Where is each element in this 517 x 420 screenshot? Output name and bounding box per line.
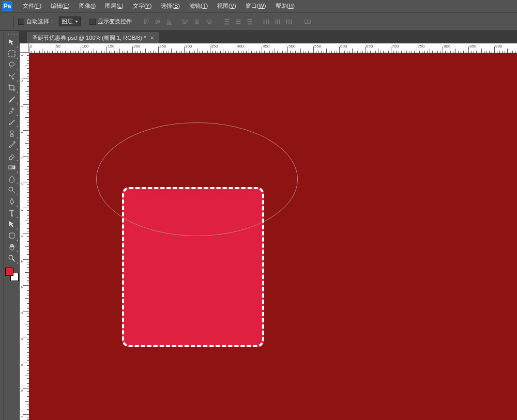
divider: [13, 15, 14, 28]
distribute-vcenter-button[interactable]: [233, 17, 244, 27]
align-bottom-button[interactable]: [164, 17, 174, 27]
svg-rect-0: [225, 19, 230, 20]
svg-rect-12: [276, 19, 277, 24]
svg-rect-10: [266, 19, 267, 24]
svg-rect-17: [291, 19, 292, 24]
menu-l[interactable]: 图层(L): [101, 1, 127, 11]
menu-v[interactable]: 视图(V): [213, 1, 240, 11]
svg-rect-15: [286, 19, 287, 24]
align-left-button[interactable]: [180, 17, 191, 27]
hand-tool[interactable]: [5, 241, 19, 253]
svg-rect-5: [236, 23, 241, 24]
document-tab-bar: 圣诞节优惠券.psd @ 100% (椭圆 1, RGB/8) * ✕: [20, 31, 517, 43]
svg-point-22: [9, 187, 13, 191]
svg-rect-18: [305, 20, 307, 23]
svg-rect-9: [264, 19, 265, 24]
brush-tool[interactable]: [5, 116, 19, 128]
align-top-button[interactable]: [141, 17, 151, 27]
gradient-tool[interactable]: [5, 162, 19, 173]
options-bar: 自动选择： 图层 显示变换控件: [0, 12, 517, 31]
menu-s[interactable]: 选择(S): [157, 1, 184, 11]
distribute-top-button[interactable]: [222, 17, 232, 27]
svg-rect-3: [236, 19, 241, 20]
left-dock-strip: [0, 31, 4, 420]
align-buttons-group: [141, 17, 313, 27]
svg-rect-6: [248, 19, 252, 20]
pen-tool[interactable]: [5, 196, 19, 207]
history-brush-tool[interactable]: [5, 139, 19, 150]
vertical-ruler[interactable]: 0501001502002503003504004505005506006507…: [20, 53, 29, 420]
move-tool[interactable]: [5, 37, 19, 48]
divider: [85, 15, 85, 28]
menu-h[interactable]: 帮助(H): [271, 1, 299, 11]
distribute-bottom-button[interactable]: [245, 17, 255, 27]
close-icon[interactable]: ✕: [150, 35, 154, 41]
svg-rect-13: [277, 19, 278, 24]
align-hcenter-button[interactable]: [192, 17, 202, 27]
svg-rect-20: [9, 51, 15, 57]
svg-rect-16: [288, 19, 290, 24]
svg-rect-8: [248, 23, 252, 24]
svg-rect-14: [279, 19, 280, 24]
ruler-origin[interactable]: [20, 43, 29, 53]
auto-select-target-dropdown[interactable]: 图层: [59, 17, 81, 26]
document-tab-title: 圣诞节优惠券.psd @ 100% (椭圆 1, RGB/8) *: [32, 34, 146, 42]
document-area: 圣诞节优惠券.psd @ 100% (椭圆 1, RGB/8) * ✕ 0501…: [20, 31, 517, 420]
distribute-hcenter-button[interactable]: [272, 17, 283, 27]
crop-tool[interactable]: [5, 82, 19, 94]
show-transform-checkbox[interactable]: 显示变换控件: [89, 18, 132, 25]
canvas[interactable]: [29, 53, 517, 420]
svg-point-24: [9, 255, 13, 259]
distribute-right-button[interactable]: [284, 17, 294, 27]
marquee-tool[interactable]: [5, 48, 19, 59]
menu-bar: 文件(F)编辑(E)图像(I)图层(L)文字(Y)选择(S)滤镜(T)视图(V)…: [19, 1, 299, 11]
svg-rect-7: [248, 21, 252, 22]
svg-rect-19: [308, 20, 310, 23]
app-logo: Ps: [2, 1, 12, 11]
align-right-button[interactable]: [203, 17, 214, 27]
menu-y[interactable]: 文字(Y): [129, 1, 156, 11]
eraser-tool[interactable]: [5, 150, 19, 162]
svg-rect-2: [225, 23, 230, 24]
panel-grip[interactable]: [5, 32, 19, 36]
align-vcenter-button[interactable]: [153, 17, 163, 27]
svg-rect-4: [236, 21, 241, 22]
tools-panel: [4, 31, 20, 420]
menu-f[interactable]: 文件(F): [19, 1, 45, 11]
horizontal-ruler[interactable]: 0501001502002503003504004505005506006507…: [29, 43, 517, 53]
auto-align-button[interactable]: [302, 17, 313, 27]
eyedropper-tool[interactable]: [5, 94, 19, 105]
dodge-tool[interactable]: [5, 184, 19, 196]
document-tab[interactable]: 圣诞节优惠券.psd @ 100% (椭圆 1, RGB/8) * ✕: [27, 32, 159, 43]
svg-rect-1: [225, 21, 230, 22]
svg-rect-21: [9, 166, 15, 169]
foreground-color-swatch[interactable]: [5, 268, 13, 276]
svg-rect-11: [268, 19, 269, 24]
menu-e[interactable]: 编辑(E): [47, 1, 74, 11]
menu-w[interactable]: 窗口(W): [241, 1, 270, 11]
ellipse-shape-path[interactable]: [96, 122, 298, 236]
menu-bar-container: Ps 文件(F)编辑(E)图像(I)图层(L)文字(Y)选择(S)滤镜(T)视图…: [0, 0, 517, 12]
auto-select-checkbox[interactable]: 自动选择：: [18, 18, 55, 25]
distribute-left-button[interactable]: [261, 17, 271, 27]
menu-t[interactable]: 滤镜(T): [185, 1, 212, 11]
lasso-tool[interactable]: [5, 59, 19, 71]
path-select-tool[interactable]: [5, 219, 19, 230]
color-swatches[interactable]: [5, 268, 19, 281]
menu-i[interactable]: 图像(I): [75, 1, 100, 11]
active-tool-icon: [3, 18, 9, 26]
